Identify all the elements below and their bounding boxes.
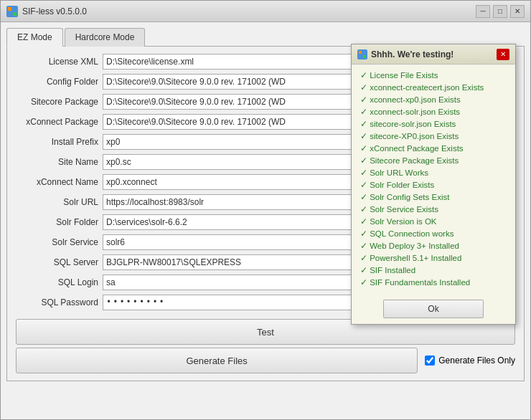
solr-service-label: Solr Service (16, 237, 98, 247)
dialog-ok-button[interactable]: Ok (383, 300, 484, 318)
svg-rect-7 (363, 55, 366, 58)
tab-hardcore-mode[interactable]: Hardcore Mode (65, 28, 146, 47)
check-item: ✓ SIF Installed (360, 265, 507, 275)
generate-files-only-area: Generate Files Only (425, 355, 515, 366)
check-item: ✓ xconnect-xp0.json Exists (360, 95, 507, 105)
install-prefix-label: Install Prefix (16, 137, 98, 147)
dialog-icon (357, 49, 367, 59)
sitecore-package-label: Sitecore Package (16, 97, 98, 107)
check-item: ✓ Web Deploy 3+ Installed (360, 241, 507, 251)
check-item: ✓ Solr Config Sets Exist (360, 192, 507, 202)
window-controls: ─ □ ✕ (476, 5, 525, 18)
check-item: ✓ License File Exists (360, 70, 507, 80)
check-item: ✓ Solr Folder Exists (360, 180, 507, 190)
check-item: ✓ Powershell 5.1+ Installed (360, 253, 507, 263)
svg-rect-3 (13, 12, 17, 16)
tab-ez-mode[interactable]: EZ Mode (6, 28, 63, 47)
main-window: SIF-less v0.5.0.0 ─ □ ✕ EZ Mode Hardcore… (0, 0, 531, 420)
svg-rect-1 (13, 7, 17, 11)
main-content: EZ Mode Hardcore Mode License XML ... Co… (1, 22, 530, 419)
svg-rect-4 (359, 51, 362, 54)
check-item: ✓ sitecore-solr.json Exists (360, 119, 507, 129)
check-item: ✓ Sitecore Package Exists (360, 156, 507, 166)
testing-dialog: Shhh. We're testing! ✕ ✓ License File Ex… (351, 44, 516, 325)
title-bar-left: SIF-less v0.5.0.0 (6, 6, 87, 17)
config-folder-label: Config Folder (16, 77, 98, 87)
check-item: ✓ Solr URL Works (360, 168, 507, 178)
sql-server-label: SQL Server (16, 257, 98, 267)
check-item: ✓ xconnect-createcert.json Exists (360, 82, 507, 92)
sql-password-label: SQL Password (16, 297, 98, 307)
title-bar: SIF-less v0.5.0.0 ─ □ ✕ (1, 1, 530, 22)
svg-rect-2 (8, 12, 11, 16)
close-button[interactable]: ✕ (510, 5, 525, 18)
check-item: ✓ xconnect-solr.json Exists (360, 107, 507, 117)
app-icon (6, 6, 18, 17)
xconnect-package-label: xConnect Package (16, 117, 98, 127)
generate-files-only-label: Generate Files Only (438, 355, 515, 366)
dialog-close-button[interactable]: ✕ (497, 49, 509, 60)
minimize-button[interactable]: ─ (476, 5, 490, 18)
check-item: ✓ SQL Connection works (360, 229, 507, 239)
svg-rect-5 (363, 51, 366, 54)
window-title: SIF-less v0.5.0.0 (22, 6, 87, 16)
solr-url-label: Solr URL (16, 197, 98, 207)
generate-files-only-checkbox[interactable] (425, 355, 435, 366)
sql-login-label: SQL Login (16, 277, 98, 287)
dialog-footer: Ok (352, 295, 515, 324)
license-xml-label: License XML (16, 57, 98, 67)
check-item: ✓ Solr Service Exists (360, 204, 507, 214)
check-item: ✓ sitecore-XP0.json Exists (360, 131, 507, 141)
solr-folder-label: Solr Folder (16, 217, 98, 227)
svg-rect-6 (359, 55, 362, 58)
check-item: ✓ Solr Version is OK (360, 216, 507, 226)
dialog-title-left: Shhh. We're testing! (357, 49, 454, 59)
generate-files-button[interactable]: Generate Files (16, 348, 418, 373)
site-name-label: Site Name (16, 157, 98, 167)
check-item: ✓ xConnect Package Exists (360, 143, 507, 153)
dialog-title-text: Shhh. We're testing! (371, 49, 454, 59)
dialog-title-bar: Shhh. We're testing! ✕ (352, 44, 515, 65)
svg-rect-0 (8, 7, 11, 11)
xconnect-name-label: xConnect Name (16, 177, 98, 187)
check-item: ✓ SIF Fundamentals Installed (360, 277, 507, 287)
bottom-row: Generate Files Generate Files Only (16, 348, 515, 373)
dialog-body: ✓ License File Exists✓ xconnect-createce… (352, 65, 515, 295)
maximize-button[interactable]: □ (493, 5, 507, 18)
